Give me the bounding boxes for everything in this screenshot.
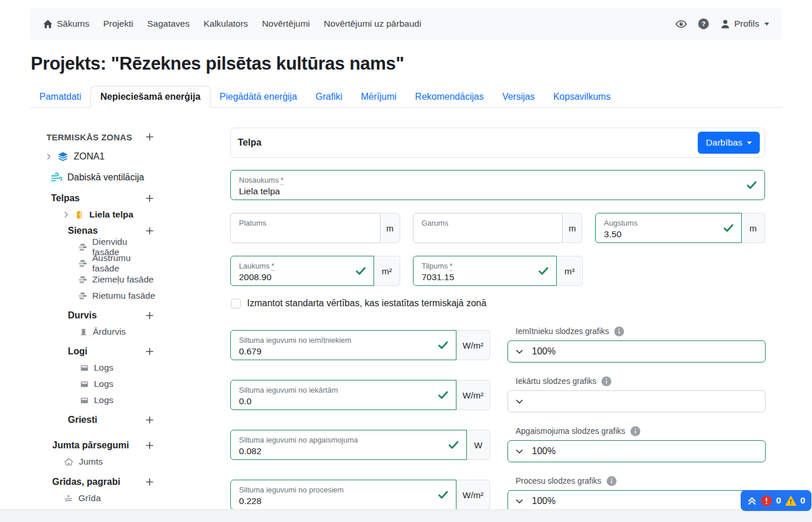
add-window-button[interactable] [144,346,155,357]
plus-icon [145,132,154,142]
chevron-down-icon [764,23,769,26]
tree-item-logs-2[interactable]: Logs [30,376,155,392]
name-input[interactable]: Nosaukums* Liela telpa [230,170,765,200]
area-field-group: Laukums* 2008.90 m² [230,256,400,286]
add-zone-button[interactable] [144,131,155,143]
chevron-down-icon [515,347,524,356]
info-icon[interactable] [601,376,611,386]
occupant-gain-input[interactable]: Siltuma ieguvumi no iemītniekiem 0.679 [230,330,456,360]
nav-item-sakums[interactable]: Sākums [43,19,96,29]
equipment-gain-unit: W/m² [456,380,490,410]
tree-item-ziemelu-fasade[interactable]: Ziemeļu fasāde [30,271,155,288]
process-schedule-group: Procesu slodzes grafiks 100% [507,475,766,512]
error-icon [761,495,772,506]
add-ceiling-button[interactable] [144,414,155,426]
wall-icon [78,292,87,300]
volume-input[interactable]: Tilpums* 7031.15 [413,256,557,286]
profile-menu[interactable]: Profils [720,19,769,30]
tree-header-durvis: Durvis [30,307,155,324]
lighting-schedule-group: Apgaismojuma slodzes grafiks 100% [507,425,766,462]
valid-check-icon [448,439,459,451]
width-input[interactable]: Platums [230,213,380,243]
profile-label: Profils [734,19,759,29]
tree-item-grida[interactable]: Grīda [30,490,155,506]
process-schedule-value: 100% [532,496,556,506]
top-navbar: Sākums Projekti Sagataves Kalkulators No… [30,8,782,39]
chevron-down-icon [515,497,524,506]
nav-actions: ? Profils [675,18,769,30]
nav-item-kalkulators[interactable]: Kalkulators [197,19,255,29]
equipment-gain-value: 0.0 [239,395,448,407]
tab-grafiki[interactable]: Grafiki [306,86,351,107]
lighting-gain-unit: W [467,430,490,460]
nav-item-novertejumi[interactable]: Novērtējumi [255,19,317,29]
tab-pamatdati[interactable]: Pamatdati [30,86,90,107]
add-floor-button[interactable] [144,476,155,488]
lighting-gain-value: 0.082 [239,445,458,457]
plus-icon [145,415,154,425]
length-unit: m [563,213,582,243]
chevron-right-icon [45,153,52,160]
dimensions-row: Platums m Garums m Augstums 3.50 m [230,213,765,243]
tree-item-ardurvis[interactable]: Ārdurvis [30,324,155,340]
validation-status-badge[interactable]: 0 0 [741,490,811,511]
eye-icon [675,18,687,30]
add-room-button[interactable] [144,193,155,204]
tree-item-dabiska-ventilacija[interactable]: Dabiskā ventilācija [30,169,155,186]
equipment-schedule-label: Iekārtu slodzes grafiks [516,376,596,386]
tree-item-logs-3[interactable]: Logs [30,392,155,408]
occupant-schedule-value: 100% [532,346,556,357]
length-field-group: Garums m [413,213,583,243]
lighting-schedule-label: Apgaismojuma slodzes grafiks [516,426,625,436]
lighting-schedule-select[interactable]: 100% [507,440,766,462]
equipment-schedule-select[interactable] [507,390,766,412]
lighting-schedule-value: 100% [532,446,556,456]
nav-item-sagataves[interactable]: Sagataves [140,19,197,29]
process-gain-input[interactable]: Siltuma ieguvumi no procesiem 0.228 [230,480,456,510]
plus-icon [145,347,154,356]
wind-icon [51,172,62,183]
tree-item-rietumu-fasade[interactable]: Rietumu fasāde [30,288,155,304]
plus-icon [145,441,154,450]
tree-item-austrumu-fasade[interactable]: Austrumu fasāde [30,255,155,271]
tree-item-liela-telpa[interactable]: Liela telpa [30,206,155,223]
info-icon[interactable] [630,426,640,436]
visibility-toggle-button[interactable] [675,18,687,30]
tab-merijumi[interactable]: Mērījumi [351,86,405,107]
chevron-down-icon [515,447,524,456]
length-input[interactable]: Garums [413,213,563,243]
occupant-schedule-label: Iemītnieku slodzes grafiks [516,327,609,336]
tab-kopsavilkums[interactable]: Kopsavilkums [544,86,620,107]
wall-icon [78,259,87,268]
standard-values-checkbox[interactable] [231,299,241,309]
lighting-gain-label: Siltuma ieguvumi no apgaismojuma [239,436,358,444]
occupant-schedule-select[interactable]: 100% [507,340,766,362]
room-card-title: Telpa [238,137,262,148]
actions-dropdown-button[interactable]: Darbības [698,132,760,154]
tab-rekomendacijas[interactable]: Rekomendācijas [406,86,493,107]
nav-item-projekti[interactable]: Projekti [96,19,140,29]
floor-icon [64,494,73,503]
valid-check-icon [437,489,449,501]
process-schedule-label: Procesu slodzes grafiks [516,476,601,485]
lighting-gain-input[interactable]: Siltuma ieguvumi no apgaismojuma 0.082 [230,430,467,460]
info-icon[interactable] [614,327,624,336]
tab-versijas[interactable]: Versijas [493,86,544,107]
add-roof-button[interactable] [144,440,155,451]
nav-item-novertejumi-parbaudi[interactable]: Novērtējumi uz pārbaudi [317,19,428,29]
tree-item-zona1[interactable]: ZONA1 [30,148,155,165]
tab-piegadata-energija[interactable]: Piegādātā enerģija [211,86,306,107]
add-door-button[interactable] [144,310,155,321]
volume-field-group: Tilpums* 7031.15 m³ [413,256,583,286]
area-input[interactable]: Laukums* 2008.90 [230,256,374,286]
height-input[interactable]: Augstums 3.50 [595,213,742,243]
tab-nepieciesama-energija[interactable]: Nepieciešamā enerģija [90,86,211,108]
add-wall-button[interactable] [144,225,155,237]
help-button[interactable]: ? [698,18,709,30]
height-value: 3.50 [604,228,733,240]
equipment-gain-input[interactable]: Siltuma ieguvumi no iekārtām 0.0 [230,380,456,410]
info-icon[interactable] [607,476,617,486]
tree-item-logs-1[interactable]: Logs [30,360,155,376]
window-icon [80,364,89,372]
tree-item-jumts[interactable]: Jumts [30,454,155,470]
